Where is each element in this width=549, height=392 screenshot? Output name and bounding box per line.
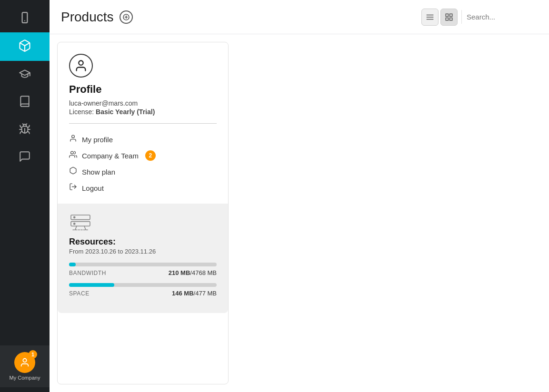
resources-section: Resources: From 2023.10.26 to 2023.11.26… [58, 204, 228, 313]
view-toggle [421, 9, 458, 26]
company-label: My Company [10, 375, 40, 381]
sidebar-item-products[interactable] [0, 32, 50, 61]
svg-point-3 [23, 359, 26, 362]
main-content: Products [50, 0, 549, 392]
content-area: Profile luca-owner@mars.com License: Bas… [50, 34, 549, 392]
company-team-badge: 2 [145, 150, 156, 161]
company-button[interactable]: 1 My Company [0, 345, 50, 387]
menu-item-company-team[interactable]: Company & Team 2 [69, 147, 217, 164]
my-profile-icon [69, 134, 77, 145]
svg-rect-13 [450, 18, 452, 20]
bandwidth-bar-fill [69, 263, 76, 266]
bug-icon [19, 123, 31, 137]
svg-rect-10 [446, 14, 448, 16]
avatar: 1 [14, 352, 35, 373]
bandwidth-row: BANDWIDTH 210 MB/4768 MB [69, 263, 217, 276]
chat-icon [19, 150, 31, 165]
resources-dates: From 2023.10.26 to 2023.11.26 [69, 248, 217, 255]
svg-rect-12 [446, 18, 448, 20]
svg-rect-11 [450, 14, 452, 16]
space-labels: SPACE 146 MB/477 MB [69, 290, 217, 297]
topbar: Products [50, 0, 549, 34]
resources-title: Resources: [69, 237, 217, 247]
profile-email: luca-owner@mars.com [69, 99, 217, 107]
server-icon [69, 213, 217, 232]
sidebar-item-bug[interactable] [0, 116, 50, 144]
add-product-button[interactable] [120, 10, 133, 24]
space-bar-background [69, 283, 217, 287]
grid-view-button[interactable] [440, 9, 458, 26]
svg-point-15 [72, 135, 75, 138]
space-label: SPACE [69, 290, 90, 297]
svg-line-22 [75, 226, 77, 230]
space-row: SPACE 146 MB/477 MB [69, 283, 217, 297]
menu-item-show-plan[interactable]: Show plan [69, 164, 217, 180]
list-view-button[interactable] [421, 9, 439, 26]
bandwidth-value: 210 MB/4768 MB [169, 269, 217, 276]
sidebar-item-chat[interactable] [0, 144, 50, 171]
sidebar-item-phone[interactable] [0, 5, 50, 32]
profile-avatar [69, 54, 93, 78]
phone-icon [19, 11, 31, 26]
menu-item-my-profile[interactable]: My profile [69, 131, 217, 147]
company-notification-badge: 1 [29, 350, 37, 359]
company-team-icon [69, 150, 77, 161]
sidebar-item-learning[interactable] [0, 61, 50, 88]
sidebar-item-docs[interactable] [0, 88, 50, 116]
page-title: Products [61, 10, 114, 25]
svg-rect-0 [22, 12, 28, 23]
learning-icon [19, 68, 31, 82]
space-value: 146 MB/477 MB [172, 290, 217, 297]
logout-icon [69, 183, 77, 193]
svg-point-16 [71, 151, 74, 154]
svg-point-21 [74, 223, 75, 225]
menu-item-logout[interactable]: Logout [69, 180, 217, 196]
bandwidth-bar-background [69, 263, 217, 266]
docs-icon [19, 95, 31, 109]
space-bar-fill [69, 283, 114, 287]
profile-heading: Profile [69, 83, 217, 96]
profile-card: Profile luca-owner@mars.com License: Bas… [57, 42, 229, 384]
svg-line-23 [84, 226, 86, 230]
svg-point-14 [79, 61, 83, 65]
sidebar: 1 My Company [0, 0, 50, 392]
products-icon [18, 39, 31, 54]
search-input[interactable] [461, 10, 538, 24]
bandwidth-label: BANDWIDTH [69, 270, 106, 276]
svg-point-19 [74, 216, 75, 218]
show-plan-icon [69, 167, 77, 177]
profile-license: License: Basic Yearly (Trial) [69, 108, 217, 116]
profile-menu: My profile Company & Team 2 [69, 131, 217, 196]
bandwidth-labels: BANDWIDTH 210 MB/4768 MB [69, 269, 217, 276]
divider [69, 123, 217, 124]
